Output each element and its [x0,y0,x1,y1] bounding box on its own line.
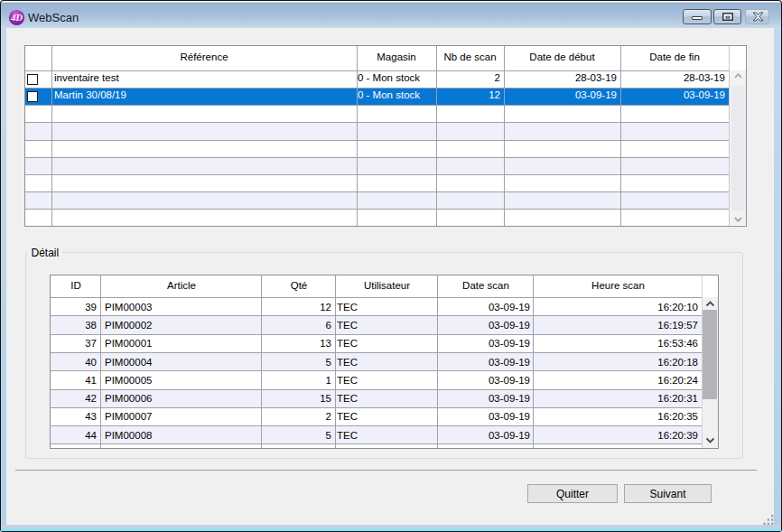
svg-text:4D: 4D [10,13,23,23]
